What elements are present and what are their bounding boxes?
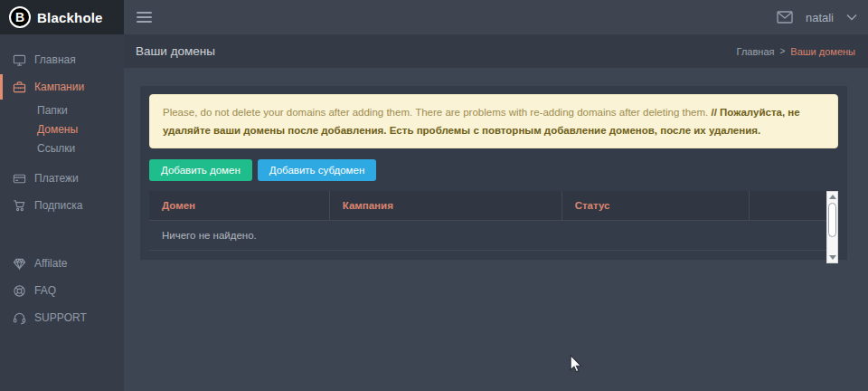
life-ring-icon [12,284,26,298]
scrollbar-thumb[interactable] [828,203,836,237]
sidebar-item-payments[interactable]: Платежи [0,166,124,191]
gem-icon [12,257,26,271]
column-header-status[interactable]: Статус [561,191,749,220]
table-header-row: Домен Кампания Статус [149,191,826,220]
table-empty-row: Ничего не найдено. [149,220,826,250]
page-title: Ваши домены [136,44,215,58]
sidebar-item-label: Главная [34,53,76,66]
breadcrumb-current: Ваши домены [790,46,855,57]
add-subdomain-button[interactable]: Добавить субдомен [258,159,376,181]
empty-state-text: Ничего не найдено. [149,220,826,250]
brand[interactable]: B Blackhole [0,0,124,34]
main-content: Please, do not delete your domains after… [124,68,868,391]
column-header-actions [750,191,826,220]
warning-alert: Please, do not delete your domains after… [149,94,838,148]
headset-icon [12,311,26,325]
sidebar-item-domains[interactable]: Домены [0,120,124,139]
sidebar-item-subscription[interactable]: Подписка [0,193,124,218]
sidebar-item-links[interactable]: Ссылки [0,139,124,158]
monitor-icon [12,53,26,67]
scroll-down-arrow-icon[interactable] [829,255,836,260]
page-header: Ваши домены Главная > Ваши домены [124,34,868,68]
mail-icon[interactable] [777,11,793,24]
sidebar: Главная Кампании Папки Домены Ссылки Пла… [0,34,124,391]
domains-panel: Please, do not delete your domains after… [140,86,847,260]
sidebar-item-support[interactable]: SUPPORT [0,305,124,330]
sidebar-item-home[interactable]: Главная [0,47,124,72]
column-header-domain[interactable]: Домен [149,191,329,220]
sidebar-item-label: Affilate [34,257,67,270]
breadcrumb-separator: > [779,46,785,56]
sidebar-item-label: Кампании [34,81,84,93]
add-domain-button[interactable]: Добавить домен [149,159,252,181]
sidebar-item-campaigns[interactable]: Кампании [0,74,124,100]
sidebar-item-label: FAQ [34,284,56,297]
credit-card-icon [12,172,26,186]
sidebar-item-folders[interactable]: Папки [0,101,124,120]
top-bar: B Blackhole natali [0,0,868,34]
table-scrollbar[interactable] [826,191,838,263]
sidebar-item-label: Платежи [34,172,79,185]
mouse-cursor [570,355,582,373]
sidebar-item-label: Подписка [34,199,82,212]
blackhole-logo-icon: B [9,6,31,28]
breadcrumb-home-link[interactable]: Главная [737,46,775,57]
breadcrumb: Главная > Ваши домены [737,46,855,57]
domains-table-zone: Домен Кампания Статус Ничего не найдено. [149,191,838,263]
scroll-up-arrow-icon[interactable] [829,195,836,199]
chevron-down-icon[interactable] [846,14,857,21]
hamburger-menu-icon[interactable] [133,5,156,29]
alert-text-en: Please, do not delete your domains after… [163,107,711,118]
brand-name: Blackhole [37,10,103,25]
domains-table: Домен Кампания Статус Ничего не найдено. [149,191,826,251]
username[interactable]: natali [806,11,834,24]
briefcase-icon [12,81,26,94]
cart-icon [12,199,26,213]
sidebar-item-affiliate[interactable]: Affilate [0,251,124,276]
sidebar-item-faq[interactable]: FAQ [0,278,124,303]
sidebar-item-label: SUPPORT [34,311,87,324]
column-header-campaign[interactable]: Кампания [329,191,561,220]
